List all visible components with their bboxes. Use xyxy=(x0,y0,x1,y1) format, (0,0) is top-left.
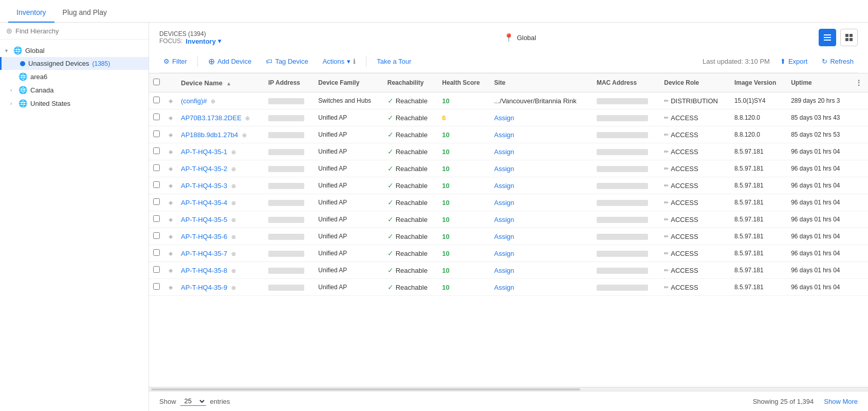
show-more-link[interactable]: Show More xyxy=(824,398,858,405)
row-checkbox-cell[interactable] xyxy=(149,262,164,279)
reachability-cell: ✓ Reachable xyxy=(383,109,438,126)
device-name-link[interactable]: AP-T-HQ4-35-6 xyxy=(181,233,227,240)
col-reachability[interactable]: Reachability xyxy=(383,73,438,92)
row-checkbox[interactable] xyxy=(153,164,160,171)
header-right-icons xyxy=(819,29,858,46)
row-checkbox[interactable] xyxy=(153,215,160,222)
device-name-link[interactable]: AP-T-HQ4-35-2 xyxy=(181,165,227,173)
site-cell: Assign xyxy=(490,143,592,160)
sidebar-search-bar[interactable]: ⊜ xyxy=(0,23,149,40)
tag-row-icon: ◈ xyxy=(169,216,173,222)
row-checkbox[interactable] xyxy=(153,130,160,137)
col-device-role[interactable]: Device Role xyxy=(660,73,730,92)
tab-inventory[interactable]: Inventory xyxy=(8,3,54,23)
row-checkbox-cell[interactable] xyxy=(149,228,164,245)
tab-plug-play[interactable]: Plug and Play xyxy=(54,3,115,23)
tag-device-button[interactable]: 🏷 Tag Device xyxy=(262,55,312,67)
col-device-name[interactable]: Device Name ▲ xyxy=(177,73,264,92)
col-uptime[interactable]: Uptime xyxy=(787,73,852,92)
sidebar-item-united-states[interactable]: › 🌐 United States xyxy=(0,97,149,110)
row-checkbox[interactable] xyxy=(153,147,160,154)
sidebar-item-canada[interactable]: › 🌐 Canada xyxy=(0,83,149,97)
col-ip-address[interactable]: IP Address xyxy=(264,73,314,92)
device-name-link[interactable]: AP-T-HQ4-35-7 xyxy=(181,250,227,257)
col-image-version[interactable]: Image Version xyxy=(730,73,787,92)
mac-address-cell xyxy=(593,211,660,228)
assign-site-link[interactable]: Assign xyxy=(494,182,514,190)
search-input[interactable] xyxy=(15,27,142,35)
row-checkbox[interactable] xyxy=(153,266,160,273)
site-cell: Assign xyxy=(490,160,592,177)
device-info-icon: ⊕ xyxy=(231,149,236,155)
assign-site-link[interactable]: Assign xyxy=(494,199,514,207)
device-name-link[interactable]: AP-T-HQ4-35-5 xyxy=(181,216,227,223)
device-name-link[interactable]: AP188b.9db1.27b4 xyxy=(181,131,238,139)
row-checkbox-cell[interactable] xyxy=(149,126,164,143)
device-name-link[interactable]: AP70B3.1738.2DEE xyxy=(181,114,242,122)
row-checkbox[interactable] xyxy=(153,97,160,103)
sidebar-item-area6[interactable]: 🌐 area6 xyxy=(0,70,149,83)
assign-site-link[interactable]: Assign xyxy=(494,114,514,122)
device-role-value: DISTRIBUTION xyxy=(671,97,718,105)
device-family-cell: Unified AP xyxy=(314,126,383,143)
search-icon: ⊜ xyxy=(6,27,12,35)
list-view-button[interactable] xyxy=(819,29,836,46)
add-device-button[interactable]: ⊕ Add Device xyxy=(204,54,255,68)
assign-site-link[interactable]: Assign xyxy=(494,233,514,240)
entries-select[interactable]: 25 50 100 xyxy=(180,397,206,406)
row-checkbox-cell[interactable] xyxy=(149,245,164,262)
device-name-cell: AP188b.9db1.27b4 ⊕ xyxy=(177,126,264,143)
device-table-container[interactable]: Device Name ▲ IP Address Device Family R… xyxy=(149,73,868,387)
assign-site-link[interactable]: Assign xyxy=(494,165,514,173)
row-checkbox[interactable] xyxy=(153,283,160,290)
uptime-cell: 96 days 01 hrs 04 xyxy=(787,228,852,245)
grid-view-button[interactable] xyxy=(840,29,858,46)
row-checkbox-cell[interactable] xyxy=(149,279,164,296)
row-more-cell xyxy=(852,194,868,211)
ip-address-cell xyxy=(264,143,314,160)
col-device-family[interactable]: Device Family xyxy=(314,73,383,92)
assign-site-link[interactable]: Assign xyxy=(494,131,514,139)
device-name-link[interactable]: AP-T-HQ4-35-9 xyxy=(181,284,227,291)
assign-site-link[interactable]: Assign xyxy=(494,267,514,274)
sidebar-item-global[interactable]: ▾ 🌐 Global xyxy=(0,44,149,57)
focus-value[interactable]: Inventory ▾ xyxy=(186,38,221,45)
refresh-label: Refresh xyxy=(830,58,854,65)
refresh-button[interactable]: ↻ Refresh xyxy=(818,55,858,67)
select-all-checkbox[interactable] xyxy=(153,79,160,85)
take-tour-button[interactable]: Take a Tour xyxy=(373,55,415,67)
row-checkbox[interactable] xyxy=(153,232,160,239)
row-checkbox-cell[interactable] xyxy=(149,160,164,177)
device-name-link[interactable]: AP-T-HQ4-35-3 xyxy=(181,182,227,190)
row-checkbox[interactable] xyxy=(153,181,160,188)
reachable-check-icon: ✓ xyxy=(387,164,394,173)
row-checkbox-cell[interactable] xyxy=(149,177,164,194)
col-select-all[interactable] xyxy=(149,73,164,92)
device-name-link[interactable]: (config)# xyxy=(181,97,207,105)
col-health-score[interactable]: Health Score xyxy=(438,73,490,92)
export-button[interactable]: ⬆ Export xyxy=(776,55,812,67)
actions-button[interactable]: Actions ▾ ℹ xyxy=(319,55,360,67)
filter-button[interactable]: ⚙ Filter xyxy=(159,55,191,67)
col-site[interactable]: Site xyxy=(490,73,592,92)
row-checkbox-cell[interactable] xyxy=(149,211,164,228)
row-checkbox-cell[interactable] xyxy=(149,109,164,126)
device-family-cell: Unified AP xyxy=(314,160,383,177)
device-name-link[interactable]: AP-T-HQ4-35-1 xyxy=(181,148,227,156)
horizontal-scrollbar[interactable] xyxy=(149,387,868,391)
row-checkbox[interactable] xyxy=(153,114,160,120)
device-name-link[interactable]: AP-T-HQ4-35-8 xyxy=(181,267,227,274)
sidebar-item-unassigned[interactable]: Unassigned Devices (1385) xyxy=(0,57,149,70)
assign-site-link[interactable]: Assign xyxy=(494,216,514,223)
row-checkbox-cell[interactable] xyxy=(149,92,164,109)
row-checkbox-cell[interactable] xyxy=(149,194,164,211)
row-checkbox-cell[interactable] xyxy=(149,143,164,160)
list-icon xyxy=(823,33,832,42)
assign-site-link[interactable]: Assign xyxy=(494,250,514,257)
device-name-link[interactable]: AP-T-HQ4-35-4 xyxy=(181,199,227,207)
row-checkbox[interactable] xyxy=(153,249,160,256)
assign-site-link[interactable]: Assign xyxy=(494,284,514,291)
row-checkbox[interactable] xyxy=(153,198,160,205)
col-mac-address[interactable]: MAC Address xyxy=(593,73,660,92)
assign-site-link[interactable]: Assign xyxy=(494,148,514,156)
